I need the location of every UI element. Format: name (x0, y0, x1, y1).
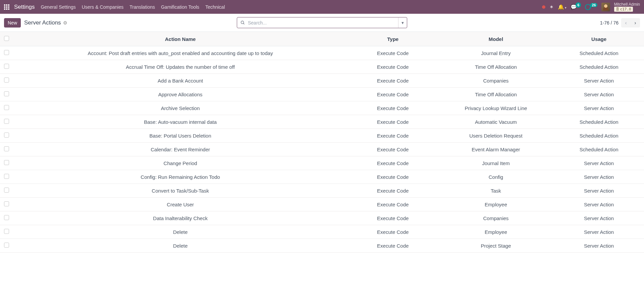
apps-icon[interactable] (4, 4, 9, 10)
row-checkbox[interactable] (4, 243, 9, 248)
row-checkbox-cell (0, 156, 13, 170)
table-row[interactable]: Add a Bank AccountExecute CodeCompaniesS… (0, 74, 644, 88)
table-row[interactable]: DeleteExecute CodeEmployeeServer Action (0, 225, 644, 239)
cell-type: Execute Code (348, 115, 438, 129)
search-input[interactable] (248, 17, 398, 28)
cell-usage: Server Action (554, 88, 644, 101)
menu-technical[interactable]: Technical (205, 4, 225, 10)
breadcrumb-label[interactable]: Server Actions (24, 19, 61, 26)
table-row[interactable]: Data Inalterability CheckExecute CodeCom… (0, 211, 644, 225)
new-button[interactable]: New (4, 18, 21, 28)
table-row[interactable]: Calendar: Event ReminderExecute CodeEven… (0, 143, 644, 156)
cell-usage: Server Action (554, 239, 644, 253)
cell-action-name: Delete (13, 225, 347, 239)
cell-action-name: Change Period (13, 156, 347, 170)
row-checkbox[interactable] (4, 105, 9, 110)
cell-action-name: Account: Post draft entries with auto_po… (13, 46, 347, 60)
table-row[interactable]: Approve AllocationsExecute CodeTime Off … (0, 88, 644, 101)
svg-point-0 (241, 21, 244, 24)
notifications-icon[interactable]: 🔔 (558, 4, 567, 10)
navbar-right: ✶ 🔔 💬 6 26 Mitchell Admin 🗄 c17.0 (542, 2, 640, 12)
table-row[interactable]: DeleteExecute CodeProject StageServer Ac… (0, 239, 644, 253)
row-checkbox-cell (0, 115, 13, 129)
table-row[interactable]: Base: Auto-vacuum internal dataExecute C… (0, 115, 644, 129)
row-checkbox[interactable] (4, 119, 9, 124)
cell-action-name: Base: Auto-vacuum internal data (13, 115, 347, 129)
row-checkbox[interactable] (4, 146, 9, 151)
cell-model: Automatic Vacuum (438, 115, 554, 129)
row-checkbox[interactable] (4, 160, 9, 165)
cell-type: Execute Code (348, 198, 438, 211)
menu-translations[interactable]: Translations (129, 4, 155, 10)
pager-next-button[interactable]: › (631, 18, 640, 28)
header-model[interactable]: Model (438, 32, 554, 46)
row-checkbox[interactable] (4, 64, 9, 69)
row-checkbox-cell (0, 74, 13, 88)
table-row[interactable]: Account: Post draft entries with auto_po… (0, 46, 644, 60)
cell-type: Execute Code (348, 74, 438, 88)
status-dot-icon[interactable] (542, 5, 545, 9)
row-checkbox-cell (0, 211, 13, 225)
cell-type: Execute Code (348, 184, 438, 198)
header-usage[interactable]: Usage (554, 32, 644, 46)
cell-usage: Server Action (554, 74, 644, 88)
table-row[interactable]: Create UserExecute CodeEmployeeServer Ac… (0, 198, 644, 211)
cell-type: Execute Code (348, 88, 438, 101)
debug-icon[interactable]: ✶ (549, 4, 554, 10)
row-checkbox[interactable] (4, 91, 9, 96)
table-row[interactable]: Archive SelectionExecute CodePrivacy Loo… (0, 101, 644, 115)
user-block[interactable]: Mitchell Admin 🗄 c17.0 (614, 2, 640, 12)
svg-line-1 (243, 23, 244, 24)
app-title[interactable]: Settings (14, 4, 35, 10)
cell-model: Event Alarm Manager (438, 143, 554, 156)
search-dropdown-toggle[interactable]: ▼ (398, 17, 407, 28)
cell-model: Companies (438, 211, 554, 225)
header-type[interactable]: Type (348, 32, 438, 46)
cell-usage: Server Action (554, 170, 644, 184)
cell-model: Privacy Lookup Wizard Line (438, 101, 554, 115)
gear-icon[interactable]: ⚙ (63, 20, 67, 26)
cell-type: Execute Code (348, 156, 438, 170)
row-checkbox[interactable] (4, 188, 9, 193)
row-checkbox[interactable] (4, 78, 9, 83)
cell-action-name: Create User (13, 198, 347, 211)
menu-gamification-tools[interactable]: Gamification Tools (161, 4, 199, 10)
row-checkbox[interactable] (4, 50, 9, 55)
select-all-checkbox[interactable] (4, 36, 9, 41)
row-checkbox[interactable] (4, 174, 9, 179)
cell-action-name: Accrual Time Off: Updates the number of … (13, 60, 347, 74)
cell-usage: Server Action (554, 101, 644, 115)
table-row[interactable]: Change PeriodExecute CodeJournal ItemSer… (0, 156, 644, 170)
messaging-icon[interactable]: 💬 6 (571, 4, 581, 10)
table-row[interactable]: Accrual Time Off: Updates the number of … (0, 60, 644, 74)
cell-model: Journal Entry (438, 46, 554, 60)
table-row[interactable]: Config: Run Remaining Action TodoExecute… (0, 170, 644, 184)
cell-usage: Server Action (554, 184, 644, 198)
row-checkbox-cell (0, 184, 13, 198)
cell-type: Execute Code (348, 170, 438, 184)
row-checkbox-cell (0, 60, 13, 74)
avatar[interactable] (601, 3, 610, 11)
row-checkbox[interactable] (4, 133, 9, 138)
row-checkbox[interactable] (4, 215, 9, 220)
row-checkbox-cell (0, 129, 13, 143)
cell-type: Execute Code (348, 239, 438, 253)
cell-model: Project Stage (438, 239, 554, 253)
top-navbar: Settings General Settings Users & Compan… (0, 0, 644, 14)
row-checkbox[interactable] (4, 201, 9, 206)
header-checkbox-cell (0, 32, 13, 46)
table-scroll[interactable]: Action Name Type Model Usage Account: Po… (0, 32, 644, 305)
table-row[interactable]: Base: Portal Users DeletionExecute CodeU… (0, 129, 644, 143)
pager-prev-button[interactable]: ‹ (621, 18, 631, 28)
pager-range[interactable]: 1-76 / 76 (600, 20, 619, 26)
cell-model: Companies (438, 74, 554, 88)
row-checkbox[interactable] (4, 229, 9, 234)
row-checkbox-cell (0, 88, 13, 101)
cell-usage: Server Action (554, 156, 644, 170)
menu-users-companies[interactable]: Users & Companies (82, 4, 124, 10)
table-row[interactable]: Convert to Task/Sub-TaskExecute CodeTask… (0, 184, 644, 198)
activities-icon[interactable]: 26 (585, 4, 597, 10)
header-action-name[interactable]: Action Name (13, 32, 347, 46)
row-checkbox-cell (0, 46, 13, 60)
menu-general-settings[interactable]: General Settings (41, 4, 75, 10)
